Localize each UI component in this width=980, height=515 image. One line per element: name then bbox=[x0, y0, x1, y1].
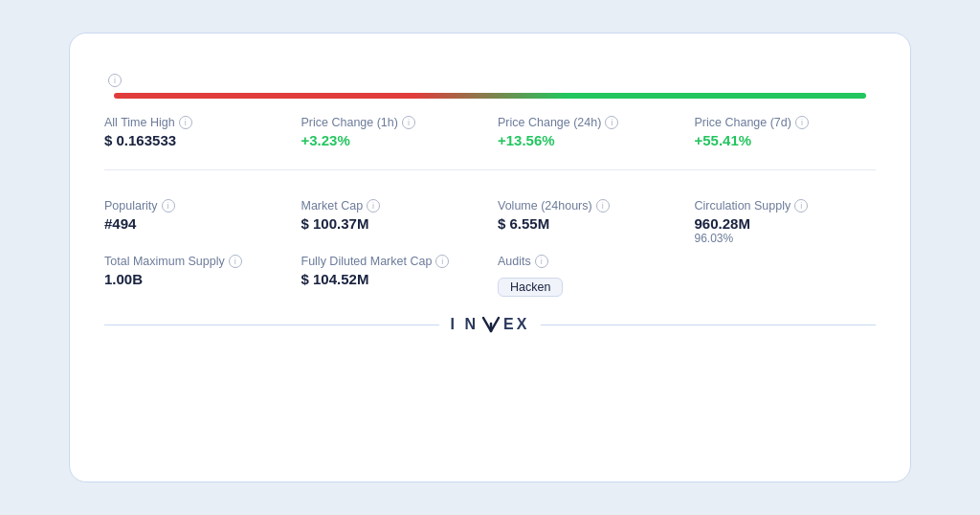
metric-item: Price Change (1h) i +3.23% bbox=[301, 116, 483, 148]
metrics-grid-2: Popularity i #494 Market Cap i $ 100.37M… bbox=[104, 199, 876, 245]
metrics-grid-3: Total Maximum Supply i 1.00B Fully Dilut… bbox=[104, 255, 876, 297]
metric-info-icon[interactable]: i bbox=[794, 199, 808, 213]
metric-label: Volume (24hours) i bbox=[498, 199, 679, 213]
metric-item: Circulation Supply i 960.28M 96.03% bbox=[695, 199, 877, 245]
metric-label: Price Change (24h) i bbox=[498, 116, 679, 129]
metric-label: Price Change (1h) i bbox=[301, 116, 483, 129]
metric-value: +3.23% bbox=[301, 132, 483, 148]
metric-label: Audits i bbox=[498, 255, 679, 268]
metric-label: Fully Diluted Market Cap i bbox=[301, 255, 483, 268]
metric-sub: 96.03% bbox=[695, 232, 877, 245]
metric-item: Market Cap i $ 100.37M bbox=[301, 199, 483, 245]
metric-value: #494 bbox=[104, 215, 286, 232]
metric-info-icon[interactable]: i bbox=[179, 116, 192, 129]
price-range-bar-row bbox=[104, 93, 876, 99]
metric-info-icon[interactable]: i bbox=[229, 255, 242, 268]
metric-item: Price Change (24h) i +13.56% bbox=[498, 116, 679, 148]
metric-value: +55.41% bbox=[695, 132, 877, 148]
logo-text-ex: EX bbox=[503, 316, 529, 333]
footer-line-left bbox=[104, 325, 439, 325]
logo-v-icon bbox=[480, 314, 501, 335]
metric-info-icon[interactable]: i bbox=[605, 116, 618, 129]
metric-info-icon[interactable]: i bbox=[162, 199, 175, 213]
metric-info-icon[interactable]: i bbox=[435, 255, 449, 268]
metric-item: Audits i Hacken bbox=[498, 255, 679, 297]
metric-value: $ 0.163533 bbox=[104, 132, 286, 148]
metric-item: Fully Diluted Market Cap i $ 104.52M bbox=[301, 255, 483, 297]
metric-label: Price Change (7d) i bbox=[695, 116, 877, 129]
metric-item: Price Change (7d) i +55.41% bbox=[695, 116, 877, 148]
footer-logo: I N EX bbox=[451, 314, 530, 335]
metric-value: 1.00B bbox=[104, 271, 286, 287]
metrics-grid-1: All Time High i $ 0.163533 Price Change … bbox=[104, 116, 876, 148]
metric-label: All Time High i bbox=[104, 116, 286, 129]
metric-info-icon[interactable]: i bbox=[402, 116, 415, 129]
metric-info-icon[interactable]: i bbox=[795, 116, 809, 129]
metric-value: $ 100.37M bbox=[301, 215, 483, 232]
metric-item: All Time High i $ 0.163533 bbox=[104, 116, 286, 148]
metric-value: +13.56% bbox=[498, 132, 679, 148]
metric-info-icon[interactable]: i bbox=[535, 255, 548, 268]
metric-label: Popularity i bbox=[104, 199, 286, 213]
metric-info-icon[interactable]: i bbox=[596, 199, 610, 213]
metric-item: Total Maximum Supply i 1.00B bbox=[104, 255, 286, 297]
section-divider bbox=[104, 169, 876, 170]
price-range-section: i bbox=[104, 74, 876, 99]
metric-label: Market Cap i bbox=[301, 199, 483, 213]
metric-value: 960.28M bbox=[695, 215, 877, 232]
range-bar bbox=[114, 93, 866, 99]
metric-value: $ 6.55M bbox=[498, 215, 679, 232]
metric-item: Volume (24hours) i $ 6.55M bbox=[498, 199, 679, 245]
metric-label: Circulation Supply i bbox=[695, 199, 877, 213]
footer-line-right bbox=[541, 325, 876, 325]
price-range-label: i bbox=[104, 74, 876, 87]
audit-badge: Hacken bbox=[498, 278, 563, 297]
metric-item: Popularity i #494 bbox=[104, 199, 286, 245]
metric-info-icon[interactable]: i bbox=[367, 199, 380, 213]
market-info-card: i All Time High i $ 0.163533 Price Chang… bbox=[69, 33, 911, 482]
footer: I N EX bbox=[104, 314, 876, 335]
metric-label: Total Maximum Supply i bbox=[104, 255, 286, 268]
logo-text-in: I N bbox=[451, 316, 479, 333]
price-range-info-icon[interactable]: i bbox=[108, 74, 122, 87]
metric-value: $ 104.52M bbox=[301, 271, 483, 287]
